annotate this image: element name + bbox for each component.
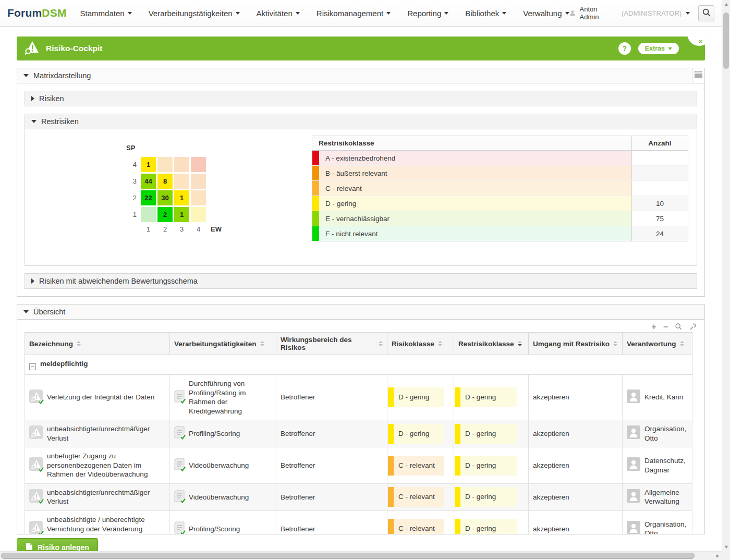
processing-activity: Profiling/Scoring: [189, 429, 272, 439]
close-icon[interactable]: ×: [698, 38, 702, 45]
matrix-cell[interactable]: [174, 174, 189, 189]
table-row[interactable]: unbeabsichtigter/unrechtmäßiger Verlust …: [25, 420, 692, 447]
avatar: [627, 425, 640, 442]
expand-all-button[interactable]: +: [651, 323, 656, 330]
page-content: Risiko-Cockpit ? Extras × Matrixdarstell…: [17, 36, 705, 560]
check-icon: [180, 433, 186, 443]
check-icon: [38, 529, 44, 534]
vertical-scrollbar-thumb[interactable]: [723, 13, 729, 69]
matrix-cell[interactable]: 22: [141, 190, 156, 205]
table-row[interactable]: unbeabsichtigte / unberechtigte Vernicht…: [25, 511, 692, 534]
col-header-risikoklasse[interactable]: Risikoklasse: [387, 333, 454, 355]
matrix-cell[interactable]: 30: [157, 190, 173, 205]
restrisiko-row: F - nicht relevant 24: [312, 226, 688, 241]
matrix-col-label: 3: [174, 225, 189, 233]
matrix-cell[interactable]: 1: [174, 190, 189, 205]
top-navigation: ForumDSM Stammdaten Verarbeitungstätigke…: [0, 0, 730, 27]
matrix-cell[interactable]: [157, 157, 173, 172]
menu-stammdaten[interactable]: Stammdaten: [80, 9, 132, 18]
class-label: D - gering: [319, 200, 356, 208]
matrix-cell[interactable]: 1: [141, 157, 156, 172]
sort-icons[interactable]: [613, 341, 617, 346]
table-settings-wrench-button[interactable]: [689, 323, 697, 331]
user-menu[interactable]: Anton Admin (ADMINISTRATOR): [569, 5, 690, 21]
chevron-down-icon: [502, 12, 506, 15]
collapse-expanded-icon: [23, 310, 29, 313]
sort-icons-active-desc[interactable]: [518, 341, 522, 346]
class-label: B - äußerst relevant: [319, 169, 387, 177]
sort-icons[interactable]: [77, 341, 81, 346]
restrisiko-row: B - äußerst relevant: [312, 166, 688, 181]
col-header-verantwortung[interactable]: Verantwortung: [623, 333, 692, 355]
scroll-right-arrow[interactable]: ►: [715, 553, 720, 558]
check-icon: [38, 466, 44, 475]
scroll-up-arrow[interactable]: ▲: [722, 2, 730, 7]
risk-handling: akzeptieren: [529, 375, 623, 420]
menu-risikomanagement[interactable]: Risikomanagement: [317, 9, 391, 18]
collapse-collapsed-icon: [31, 96, 34, 101]
class-count: [632, 151, 688, 166]
matrix-cell[interactable]: [191, 174, 206, 189]
restrisikoklasse-chip: D - gering: [455, 487, 517, 507]
matrix-cell[interactable]: [141, 207, 156, 222]
horizontal-scrollbar[interactable]: ►: [0, 551, 722, 560]
col-header-wirkungsbereich[interactable]: Wirkungsbereich des Risikos: [276, 333, 387, 355]
risk-cockpit-icon: [24, 40, 40, 57]
col-header-verarbeitungstaetigkeiten[interactable]: Verarbeitungstätigkeiten: [170, 333, 276, 355]
layout-switch-button[interactable]: [692, 68, 704, 83]
table-row[interactable]: Verletzung der Integrität der Daten Durc…: [25, 375, 692, 420]
chevron-down-icon: [686, 12, 690, 15]
matrix-cell[interactable]: 2: [157, 207, 173, 222]
matrix-cell[interactable]: [191, 157, 206, 172]
uebersicht-section: Übersicht + − Bezeichnung Verarbeitungst…: [17, 304, 705, 534]
risiken-toggle[interactable]: Risiken: [25, 91, 697, 106]
matrix-cell[interactable]: [174, 157, 189, 172]
matrix-cell[interactable]: 44: [141, 174, 156, 189]
collapse-all-button[interactable]: −: [663, 323, 668, 330]
matrix-row-label: 1: [126, 211, 137, 218]
help-button[interactable]: ?: [618, 42, 631, 55]
sort-icons[interactable]: [438, 341, 442, 346]
scroll-down-arrow[interactable]: ▼: [722, 544, 730, 550]
matrix-cell[interactable]: [191, 207, 206, 222]
menu-verarbeitungstaetigkeiten[interactable]: Verarbeitungstätigkeiten: [149, 9, 240, 18]
search-icon: [702, 8, 711, 19]
column-header-restrisikoklasse: Restrisikoklasse: [312, 136, 632, 151]
logo-primary: Forum: [7, 7, 42, 19]
col-header-umgang[interactable]: Umgang mit Restrisiko: [529, 333, 623, 355]
menu-bibliothek[interactable]: Bibliothek: [465, 9, 506, 18]
collapse-group-icon[interactable]: [29, 363, 36, 370]
risk-scope: Betroffener: [276, 447, 387, 484]
uebersicht-toggle[interactable]: Übersicht: [17, 305, 704, 320]
menu-verwaltung[interactable]: Verwaltung: [523, 9, 569, 18]
risikoklasse-chip: D - gering: [388, 424, 444, 444]
class-count: [632, 166, 688, 181]
class-label: F - nicht relevant: [319, 230, 378, 238]
sort-icons[interactable]: [680, 341, 684, 346]
table-row[interactable]: unbefugter Zugang zu personenbezogenen D…: [25, 447, 692, 484]
matrix-cell[interactable]: 1: [174, 207, 189, 222]
restrisiken-toggle[interactable]: Restrisiken: [25, 114, 697, 129]
processing-activity-icon: [174, 521, 185, 534]
vertical-scrollbar[interactable]: ▲ ▼: [722, 0, 730, 551]
matrix-cell[interactable]: 8: [157, 174, 173, 189]
horizontal-scrollbar-thumb[interactable]: [1, 553, 695, 559]
matrix-cell[interactable]: [191, 190, 206, 205]
sort-icons[interactable]: [379, 341, 383, 346]
sort-icons[interactable]: [260, 341, 264, 346]
search-button[interactable]: [698, 5, 714, 21]
matrix-x-axis-label: EW: [211, 225, 222, 233]
col-header-bezeichnung[interactable]: Bezeichnung: [25, 333, 170, 355]
extras-button[interactable]: Extras: [638, 43, 679, 54]
risk-handling: akzeptieren: [529, 420, 623, 447]
menu-aktivitaeten[interactable]: Aktivitäten: [257, 9, 300, 18]
collapse-collapsed-icon: [31, 278, 34, 284]
risk-handling: akzeptieren: [529, 447, 623, 484]
risk-icon: [29, 489, 43, 505]
table-row[interactable]: unbeabsichtigter/unrechtmäßiger Verlust …: [25, 483, 692, 510]
menu-reporting[interactable]: Reporting: [407, 9, 448, 18]
col-header-restrisikoklasse[interactable]: Restrisikoklasse: [454, 333, 529, 355]
table-search-button[interactable]: [675, 323, 682, 330]
matrixdarstellung-toggle[interactable]: Matrixdarstellung: [17, 68, 692, 83]
abweichend-toggle[interactable]: Risiken mit abweichendem Bewertungsschem…: [25, 273, 697, 289]
